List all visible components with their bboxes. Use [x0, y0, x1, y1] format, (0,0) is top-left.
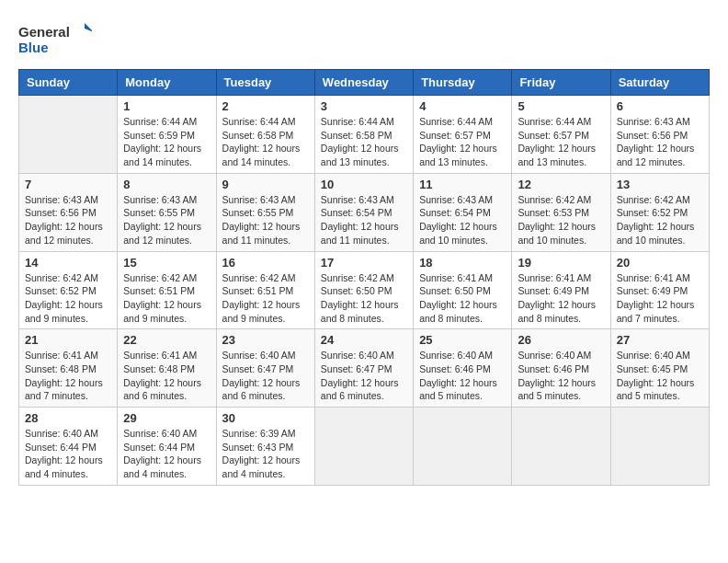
weekday-header: Wednesday — [314, 70, 413, 96]
weekday-header: Saturday — [610, 70, 709, 96]
day-info: Sunrise: 6:40 AMSunset: 6:46 PMDaylight:… — [518, 349, 604, 403]
day-info: Sunrise: 6:43 AMSunset: 6:54 PMDaylight:… — [419, 193, 506, 247]
day-info: Sunrise: 6:40 AMSunset: 6:44 PMDaylight:… — [123, 427, 210, 481]
day-info: Sunrise: 6:41 AMSunset: 6:49 PMDaylight:… — [518, 271, 604, 326]
calendar-cell: 8Sunrise: 6:43 AMSunset: 6:55 PMDaylight… — [118, 173, 216, 251]
calendar-cell: 30Sunrise: 6:39 AMSunset: 6:43 PMDayligh… — [216, 408, 314, 486]
logo-svg: General Blue — [18, 18, 92, 60]
weekday-header: Monday — [118, 70, 216, 96]
header-row: SundayMondayTuesdayWednesdayThursdayFrid… — [19, 70, 710, 96]
calendar-cell: 18Sunrise: 6:41 AMSunset: 6:50 PMDayligh… — [414, 251, 512, 329]
calendar-cell: 4Sunrise: 6:44 AMSunset: 6:57 PMDaylight… — [414, 96, 512, 174]
day-number: 16 — [222, 256, 309, 270]
day-info: Sunrise: 6:40 AMSunset: 6:47 PMDaylight:… — [321, 349, 407, 403]
day-info: Sunrise: 6:42 AMSunset: 6:52 PMDaylight:… — [617, 193, 703, 247]
day-info: Sunrise: 6:41 AMSunset: 6:49 PMDaylight:… — [617, 271, 703, 326]
calendar-cell: 19Sunrise: 6:41 AMSunset: 6:49 PMDayligh… — [512, 251, 610, 329]
day-info: Sunrise: 6:43 AMSunset: 6:55 PMDaylight:… — [123, 193, 210, 247]
day-info: Sunrise: 6:40 AMSunset: 6:47 PMDaylight:… — [222, 349, 309, 403]
day-number: 21 — [25, 333, 111, 347]
svg-text:General: General — [18, 24, 70, 40]
calendar-cell: 11Sunrise: 6:43 AMSunset: 6:54 PMDayligh… — [414, 173, 512, 251]
day-number: 17 — [321, 256, 407, 270]
day-info: Sunrise: 6:43 AMSunset: 6:56 PMDaylight:… — [617, 115, 703, 169]
calendar-cell: 7Sunrise: 6:43 AMSunset: 6:56 PMDaylight… — [19, 173, 118, 251]
day-number: 12 — [518, 178, 604, 191]
calendar-cell: 21Sunrise: 6:41 AMSunset: 6:48 PMDayligh… — [19, 329, 118, 408]
calendar-cell: 22Sunrise: 6:41 AMSunset: 6:48 PMDayligh… — [118, 329, 216, 408]
weekday-header: Tuesday — [216, 70, 314, 96]
calendar-cell: 27Sunrise: 6:40 AMSunset: 6:45 PMDayligh… — [610, 329, 709, 408]
day-info: Sunrise: 6:43 AMSunset: 6:56 PMDaylight:… — [25, 193, 111, 247]
day-number: 20 — [617, 256, 703, 270]
calendar-cell — [314, 408, 413, 486]
day-info: Sunrise: 6:42 AMSunset: 6:52 PMDaylight:… — [25, 271, 111, 326]
day-info: Sunrise: 6:42 AMSunset: 6:53 PMDaylight:… — [518, 193, 604, 247]
day-info: Sunrise: 6:42 AMSunset: 6:51 PMDaylight:… — [123, 271, 210, 326]
calendar-cell — [414, 408, 512, 486]
day-number: 22 — [123, 333, 210, 347]
svg-marker-2 — [85, 23, 92, 32]
calendar-cell: 6Sunrise: 6:43 AMSunset: 6:56 PMDaylight… — [610, 96, 709, 174]
calendar-cell: 10Sunrise: 6:43 AMSunset: 6:54 PMDayligh… — [314, 173, 413, 251]
calendar-cell: 15Sunrise: 6:42 AMSunset: 6:51 PMDayligh… — [118, 251, 216, 329]
calendar-body: 1Sunrise: 6:44 AMSunset: 6:59 PMDaylight… — [19, 96, 710, 486]
day-info: Sunrise: 6:40 AMSunset: 6:46 PMDaylight:… — [419, 349, 506, 403]
day-number: 9 — [222, 178, 309, 191]
calendar-week-row: 21Sunrise: 6:41 AMSunset: 6:48 PMDayligh… — [19, 329, 710, 408]
day-number: 3 — [321, 99, 407, 113]
calendar-week-row: 7Sunrise: 6:43 AMSunset: 6:56 PMDaylight… — [19, 173, 710, 251]
day-number: 6 — [617, 99, 703, 113]
day-info: Sunrise: 6:44 AMSunset: 6:58 PMDaylight:… — [321, 115, 407, 169]
day-number: 15 — [123, 256, 210, 270]
page-header: General Blue — [18, 18, 710, 60]
calendar-cell — [19, 96, 118, 174]
calendar-week-row: 28Sunrise: 6:40 AMSunset: 6:44 PMDayligh… — [19, 408, 710, 486]
weekday-header: Thursday — [414, 70, 512, 96]
calendar-week-row: 1Sunrise: 6:44 AMSunset: 6:59 PMDaylight… — [19, 96, 710, 174]
calendar-cell — [512, 408, 610, 486]
calendar-cell: 23Sunrise: 6:40 AMSunset: 6:47 PMDayligh… — [216, 329, 314, 408]
day-number: 26 — [518, 333, 604, 347]
day-number: 1 — [123, 99, 210, 113]
day-number: 25 — [419, 333, 506, 347]
day-number: 23 — [222, 333, 309, 347]
calendar-cell: 29Sunrise: 6:40 AMSunset: 6:44 PMDayligh… — [118, 408, 216, 486]
day-number: 5 — [518, 99, 604, 113]
calendar-cell: 16Sunrise: 6:42 AMSunset: 6:51 PMDayligh… — [216, 251, 314, 329]
day-number: 24 — [321, 333, 407, 347]
day-number: 8 — [123, 178, 210, 191]
day-info: Sunrise: 6:44 AMSunset: 6:57 PMDaylight:… — [419, 115, 506, 169]
day-number: 13 — [617, 178, 703, 191]
day-info: Sunrise: 6:40 AMSunset: 6:45 PMDaylight:… — [617, 349, 703, 403]
calendar-cell: 20Sunrise: 6:41 AMSunset: 6:49 PMDayligh… — [610, 251, 709, 329]
day-number: 10 — [321, 178, 407, 191]
day-info: Sunrise: 6:43 AMSunset: 6:55 PMDaylight:… — [222, 193, 309, 247]
calendar-cell: 17Sunrise: 6:42 AMSunset: 6:50 PMDayligh… — [314, 251, 413, 329]
calendar-table: SundayMondayTuesdayWednesdayThursdayFrid… — [18, 69, 710, 486]
day-number: 30 — [222, 411, 309, 425]
calendar-cell — [610, 408, 709, 486]
day-number: 18 — [419, 256, 506, 270]
day-number: 4 — [419, 99, 506, 113]
day-info: Sunrise: 6:41 AMSunset: 6:48 PMDaylight:… — [123, 349, 210, 403]
calendar-cell: 26Sunrise: 6:40 AMSunset: 6:46 PMDayligh… — [512, 329, 610, 408]
calendar-cell: 5Sunrise: 6:44 AMSunset: 6:57 PMDaylight… — [512, 96, 610, 174]
day-info: Sunrise: 6:44 AMSunset: 6:58 PMDaylight:… — [222, 115, 309, 169]
calendar-cell: 1Sunrise: 6:44 AMSunset: 6:59 PMDaylight… — [118, 96, 216, 174]
day-info: Sunrise: 6:40 AMSunset: 6:44 PMDaylight:… — [25, 427, 111, 481]
day-info: Sunrise: 6:41 AMSunset: 6:48 PMDaylight:… — [25, 349, 111, 403]
calendar-cell: 9Sunrise: 6:43 AMSunset: 6:55 PMDaylight… — [216, 173, 314, 251]
logo: General Blue — [18, 18, 92, 60]
day-number: 2 — [222, 99, 309, 113]
calendar-cell: 3Sunrise: 6:44 AMSunset: 6:58 PMDaylight… — [314, 96, 413, 174]
day-number: 19 — [518, 256, 604, 270]
day-info: Sunrise: 6:44 AMSunset: 6:57 PMDaylight:… — [518, 115, 604, 169]
day-info: Sunrise: 6:42 AMSunset: 6:50 PMDaylight:… — [321, 271, 407, 326]
day-number: 27 — [617, 333, 703, 347]
weekday-header: Sunday — [19, 70, 118, 96]
calendar-cell: 24Sunrise: 6:40 AMSunset: 6:47 PMDayligh… — [314, 329, 413, 408]
day-number: 11 — [419, 178, 506, 191]
calendar-cell: 2Sunrise: 6:44 AMSunset: 6:58 PMDaylight… — [216, 96, 314, 174]
day-info: Sunrise: 6:42 AMSunset: 6:51 PMDaylight:… — [222, 271, 309, 326]
